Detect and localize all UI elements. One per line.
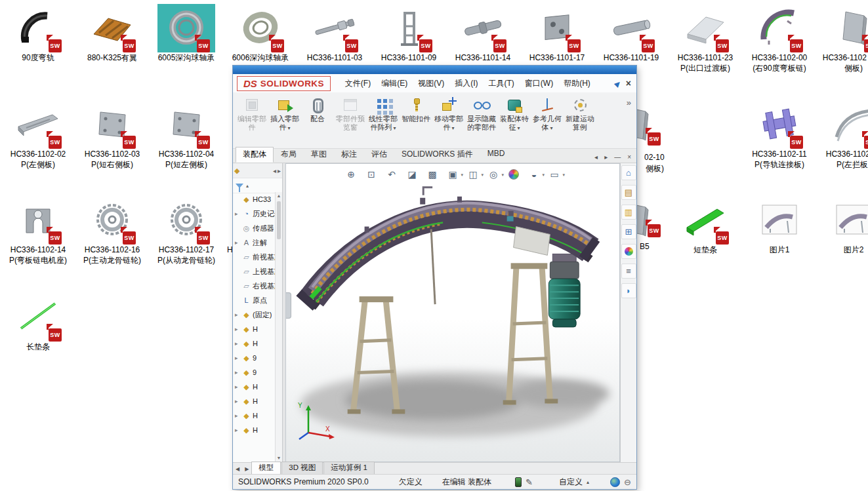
- ribbon-tab[interactable]: 标注: [334, 147, 364, 163]
- hide-show-items-icon[interactable]: ◎: [487, 168, 499, 180]
- expander-icon[interactable]: ▸: [235, 239, 240, 246]
- model-tab[interactable]: 模型: [251, 462, 281, 474]
- file-explorer-icon[interactable]: ▥: [621, 205, 636, 220]
- desktop-file-icon[interactable]: SW HC336-1102-17 P(从动龙骨链轮): [154, 196, 219, 265]
- ribbon-tab[interactable]: 布局: [274, 147, 304, 163]
- desktop-file-icon[interactable]: SW HC336-1102-11 P(导轨连接板): [747, 100, 812, 170]
- collapse-right-icon[interactable]: ▸: [604, 153, 608, 161]
- window-titlebar[interactable]: [233, 66, 636, 74]
- graphics-viewport[interactable]: ⊕ ⊡ ↶ ◪ ▩ ▣ ◫ ◎: [285, 163, 620, 462]
- desktop-file-icon[interactable]: SW 6006深沟球轴承: [228, 4, 293, 64]
- edit-appearance-icon[interactable]: [508, 168, 520, 180]
- menu-item[interactable]: 插入(I): [449, 76, 483, 91]
- appearances-icon[interactable]: [621, 244, 636, 259]
- feature-tree-tab-icon[interactable]: ◆: [234, 167, 239, 175]
- command-button[interactable]: 配合: [301, 95, 334, 123]
- feature-tree-item[interactable]: ▱ 前视基准面: [233, 250, 275, 264]
- desktop-file-icon[interactable]: SW HC336-1102-14 P(弯板链电机座): [5, 196, 71, 265]
- command-button[interactable]: 智能扣件: [400, 95, 432, 123]
- expander-icon[interactable]: ▸: [235, 340, 240, 347]
- desktop-file-icon[interactable]: SW 图片1: [747, 196, 812, 256]
- feature-tree-item[interactable]: ▸ ◆ H: [233, 423, 275, 437]
- feature-tree-item[interactable]: ▸ ◆ 9: [233, 351, 275, 365]
- ribbon-tab[interactable]: MBD: [480, 147, 512, 163]
- feature-tree-item[interactable]: ▸ A 注解: [233, 235, 275, 250]
- expander-icon[interactable]: ▸: [235, 427, 240, 433]
- desktop-file-icon[interactable]: SW HC336-1102-04 P(短左侧板): [154, 100, 219, 170]
- display-style-icon[interactable]: ◫: [467, 168, 479, 180]
- view-settings-icon[interactable]: ▭: [548, 168, 560, 180]
- desktop-file-icon[interactable]: SW HC336-1102-12 P(左拦板): [821, 100, 868, 170]
- model-tab[interactable]: 运动算例 1: [323, 462, 375, 474]
- feature-tree-item[interactable]: ▸ ◆ H: [233, 380, 275, 394]
- feature-tree-item[interactable]: ▸ ◆ (固定): [233, 307, 275, 322]
- feature-tree-item[interactable]: ▸ ◔ 历史记录: [233, 206, 275, 221]
- model-tab[interactable]: 3D 视图: [281, 462, 323, 474]
- scrollbar-thumb[interactable]: [277, 201, 281, 239]
- close-icon[interactable]: ×: [626, 78, 631, 88]
- expander-icon[interactable]: ▸: [235, 369, 240, 376]
- menu-item[interactable]: 窗口(W): [520, 76, 558, 91]
- panel-scroll-right-icon[interactable]: ▸: [278, 167, 281, 174]
- custom-properties-icon[interactable]: ≡: [621, 264, 636, 279]
- minus-circle-icon[interactable]: ⊖: [624, 477, 631, 487]
- filter-caret-icon[interactable]: ▴: [246, 183, 249, 189]
- feature-tree-item[interactable]: L 原点: [233, 293, 275, 307]
- ribbon-tab[interactable]: 评估: [364, 147, 394, 163]
- filter-funnel-icon[interactable]: [236, 184, 243, 188]
- forum-icon[interactable]: ◗: [621, 283, 636, 298]
- desktop-file-icon[interactable]: SW HC336-1101-03: [302, 4, 367, 64]
- tab-scroll-first-icon[interactable]: ◀: [233, 466, 242, 474]
- feature-tree-item[interactable]: ◆ HC33: [233, 192, 275, 206]
- desktop-file-icon[interactable]: SW HC336-1102 P(右侧板): [821, 4, 868, 73]
- tab-scroll-next-icon[interactable]: ▶: [242, 466, 251, 474]
- feature-tree-item[interactable]: ▸ ◆ H: [233, 322, 275, 336]
- desktop-file-icon[interactable]: SW HC336-1101-19: [598, 4, 664, 64]
- command-button[interactable]: 编辑零部件: [236, 95, 268, 131]
- command-button[interactable]: 显示隐藏的零部件: [465, 95, 498, 131]
- command-button[interactable]: 新建运动算例: [564, 95, 596, 131]
- previous-view-icon[interactable]: ↶: [386, 168, 398, 180]
- desktop-file-icon[interactable]: SW HC336-1101-17: [524, 4, 590, 64]
- assembly-visualization-icon[interactable]: ▩: [426, 168, 438, 180]
- desktop-file-icon[interactable]: SW 图片2: [821, 196, 868, 256]
- desktop-file-icon[interactable]: SW 短垫条: [672, 196, 738, 256]
- toolbar-overflow-icon[interactable]: »: [627, 95, 635, 108]
- view-palette-icon[interactable]: ⊞: [621, 224, 636, 239]
- panel-scroll-left-icon[interactable]: ◂: [273, 167, 276, 174]
- feature-tree-item[interactable]: ▸ ◆ H: [233, 336, 275, 351]
- desktop-file-icon[interactable]: SW HC336-1102-02 P(左侧板): [5, 100, 71, 170]
- desktop-file-icon[interactable]: SW 长垫条: [5, 293, 71, 353]
- expander-icon[interactable]: ▸: [235, 210, 240, 217]
- ribbon-tab[interactable]: 装配体: [236, 147, 274, 163]
- menu-item[interactable]: 帮助(H): [558, 76, 596, 91]
- expander-icon[interactable]: ▸: [235, 326, 240, 332]
- resources-home-icon[interactable]: ⌂: [621, 165, 636, 180]
- zoom-area-icon[interactable]: ⊡: [365, 168, 377, 180]
- desktop-file-icon[interactable]: SW HC336-1101-23 P(出口过渡板): [672, 4, 738, 73]
- expander-icon[interactable]: ▸: [235, 383, 240, 390]
- feature-tree-item[interactable]: ▱ 上视基准面: [233, 264, 275, 279]
- collapse-left-icon[interactable]: ◂: [594, 153, 598, 161]
- ribbon-tab[interactable]: SOLIDWORKS 插件: [394, 147, 480, 163]
- view-orientation-icon[interactable]: ▣: [447, 168, 459, 180]
- tree-scrollbar[interactable]: ▲ ▼: [275, 192, 282, 462]
- desktop-file-icon[interactable]: SW 880-K325有翼: [79, 4, 145, 64]
- apply-scene-icon[interactable]: ◒: [528, 168, 540, 180]
- feature-tree-item[interactable]: ▱ 右视基准面: [233, 279, 275, 293]
- command-button[interactable]: 参考几何体: [531, 95, 564, 131]
- close-ribbon-icon[interactable]: ×: [627, 153, 631, 161]
- zoom-fit-icon[interactable]: ⊕: [345, 168, 357, 180]
- desktop-file-icon[interactable]: SW HC336-1102-00 (右90度弯板链): [747, 4, 812, 73]
- customize-caret-icon[interactable]: ▴: [587, 479, 589, 485]
- command-button[interactable]: 插入零部件: [268, 95, 301, 131]
- partial-file-icon[interactable]: SW: [636, 102, 664, 147]
- section-view-icon[interactable]: ◪: [406, 168, 418, 180]
- command-button[interactable]: 移动零部件: [432, 95, 465, 131]
- expander-icon[interactable]: ▸: [235, 355, 240, 361]
- feature-tree-item[interactable]: ▸ ◆ H: [233, 394, 275, 408]
- expander-icon[interactable]: ▸: [235, 412, 240, 419]
- expander-icon[interactable]: ▸: [235, 398, 240, 404]
- menu-item[interactable]: 工具(T): [484, 76, 520, 91]
- panel-flyout-handle[interactable]: [286, 292, 291, 319]
